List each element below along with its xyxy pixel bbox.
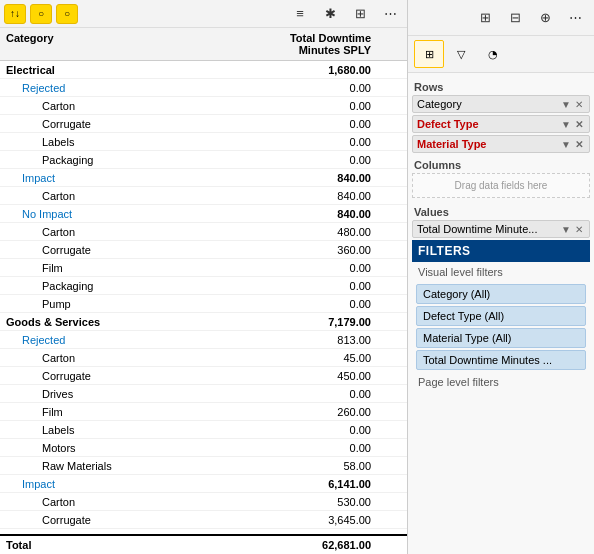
table-row[interactable]: Labels 0.00 [0, 133, 407, 151]
table-body[interactable]: Electrical 1,680.00 Rejected 0.00 Carton… [0, 61, 407, 534]
field-defect-close[interactable]: ▼ [559, 119, 573, 130]
footer-label: Total [6, 539, 281, 551]
columns-section-label: Columns [412, 155, 590, 173]
table-row[interactable]: No Impact 840.00 [0, 205, 407, 223]
rt-icon-2[interactable]: ⊟ [502, 6, 528, 30]
row-value: 0.00 [281, 388, 401, 400]
row-label: Corrugate [6, 244, 281, 256]
table-row[interactable]: Carton 530.00 [0, 493, 407, 511]
sort-btn[interactable]: ↑↓ [4, 4, 26, 24]
field-category-x[interactable]: ✕ [573, 99, 585, 110]
table-row[interactable]: Film 260.00 [0, 403, 407, 421]
table-row[interactable]: Film 0.00 [0, 259, 407, 277]
rt-icon-3[interactable]: ⊕ [532, 6, 558, 30]
table-row[interactable]: Labels 0.00 [0, 421, 407, 439]
table-row[interactable]: Drives 0.00 [0, 385, 407, 403]
field-material-x[interactable]: ✕ [573, 139, 585, 150]
row-label: Impact [6, 478, 281, 490]
download-icon[interactable]: ≡ [287, 2, 313, 26]
filter-category[interactable]: Category (All) [416, 284, 586, 304]
row-value: 0.00 [281, 262, 401, 274]
table-row[interactable]: Carton 0.00 [0, 97, 407, 115]
row-label: Carton [6, 100, 281, 112]
more-icon[interactable]: ⋯ [377, 2, 403, 26]
field-total-downtime[interactable]: Total Downtime Minute... ▼ ✕ [412, 220, 590, 238]
row-value: 0.00 [281, 100, 401, 112]
row-label: Packaging [6, 280, 281, 292]
star-icon[interactable]: ✱ [317, 2, 343, 26]
filter-total-downtime[interactable]: Total Downtime Minutes ... [416, 350, 586, 370]
field-category[interactable]: Category ▼ ✕ [412, 95, 590, 113]
row-value: 360.00 [281, 244, 401, 256]
filter-material-type[interactable]: Material Type (All) [416, 328, 586, 348]
row-value: 0.00 [281, 298, 401, 310]
toolbar: ↑↓ ○ ○ ≡ ✱ ⊞ ⋯ [0, 0, 407, 28]
row-value: 0.00 [281, 118, 401, 130]
values-section-label: Values [412, 202, 590, 220]
table-row[interactable]: Impact 6,141.00 [0, 475, 407, 493]
table-row[interactable]: Corrugate 0.00 [0, 115, 407, 133]
rt-icon-1[interactable]: ⊞ [472, 6, 498, 30]
row-label: Labels [6, 424, 281, 436]
table-row[interactable]: Goods & Services 7,179.00 [0, 313, 407, 331]
table-row[interactable]: Corrugate 360.00 [0, 241, 407, 259]
table-row[interactable]: Pump 0.00 [0, 295, 407, 313]
row-label: Corrugate [6, 514, 281, 526]
field-material-type[interactable]: Material Type ▼ ✕ [412, 135, 590, 153]
columns-drag-zone[interactable]: Drag data fields here [412, 173, 590, 198]
table-row[interactable]: Corrugate 3,645.00 [0, 511, 407, 529]
filters-section-header: FILTERS [412, 240, 590, 262]
table-row[interactable]: Raw Materials 58.00 [0, 457, 407, 475]
row-label: Drives [6, 388, 281, 400]
circle-btn-2[interactable]: ○ [56, 4, 78, 24]
row-label: Corrugate [6, 370, 281, 382]
row-label: Rejected [6, 334, 281, 346]
row-value: 260.00 [281, 406, 401, 418]
table-row[interactable]: Packaging 0.00 [0, 151, 407, 169]
row-value: 0.00 [281, 82, 401, 94]
table-row[interactable]: Carton 480.00 [0, 223, 407, 241]
rt-more[interactable]: ⋯ [562, 6, 588, 30]
table-row[interactable]: Rejected 0.00 [0, 79, 407, 97]
right-toolbar: ⊞ ⊟ ⊕ ⋯ [408, 0, 594, 36]
row-label: Carton [6, 190, 281, 202]
visual-filters-label: Visual level filters [412, 262, 590, 282]
field-total-downtime-label: Total Downtime Minute... [417, 223, 559, 235]
table-row[interactable]: Electrical 1,680.00 [0, 61, 407, 79]
header-value: Total Downtime Minutes SPLY [281, 32, 401, 56]
table-row[interactable]: Rejected 813.00 [0, 331, 407, 349]
field-category-close[interactable]: ▼ [559, 99, 573, 110]
row-value: 840.00 [281, 190, 401, 202]
circle-btn-1[interactable]: ○ [30, 4, 52, 24]
row-label: Film [6, 262, 281, 274]
row-label: Impact [6, 172, 281, 184]
header-category: Category [6, 32, 281, 56]
row-label: Raw Materials [6, 460, 281, 472]
row-label: Corrugate [6, 118, 281, 130]
footer-value: 62,681.00 [281, 539, 401, 551]
table-viz-icon[interactable]: ⊞ [414, 40, 444, 68]
page-filters-label: Page level filters [412, 372, 590, 392]
row-label: Electrical [6, 64, 281, 76]
row-value: 6,141.00 [281, 478, 401, 490]
table-row[interactable]: Motors 0.00 [0, 439, 407, 457]
table-row[interactable]: Carton 45.00 [0, 349, 407, 367]
field-material-close[interactable]: ▼ [559, 139, 573, 150]
row-label: Motors [6, 442, 281, 454]
right-panel: ⊞ ⊟ ⊕ ⋯ ⊞ ▽ ◔ Rows Category ▼ ✕ Defect T… [408, 0, 594, 554]
filter-defect-type[interactable]: Defect Type (All) [416, 306, 586, 326]
table-row[interactable]: Corrugate 450.00 [0, 367, 407, 385]
table-row[interactable]: Impact 840.00 [0, 169, 407, 187]
grid-icon[interactable]: ⊞ [347, 2, 373, 26]
filter-viz-icon[interactable]: ▽ [446, 40, 476, 68]
table-header: Category Total Downtime Minutes SPLY [0, 28, 407, 61]
table-row[interactable]: Packaging 0.00 [0, 277, 407, 295]
chart-viz-icon[interactable]: ◔ [478, 40, 508, 68]
row-value: 45.00 [281, 352, 401, 364]
field-defect-type[interactable]: Defect Type ▼ ✕ [412, 115, 590, 133]
field-defect-x[interactable]: ✕ [573, 119, 585, 130]
table-row[interactable]: Carton 840.00 [0, 187, 407, 205]
field-total-x[interactable]: ✕ [573, 224, 585, 235]
field-total-close[interactable]: ▼ [559, 224, 573, 235]
row-value: 7,179.00 [281, 316, 401, 328]
